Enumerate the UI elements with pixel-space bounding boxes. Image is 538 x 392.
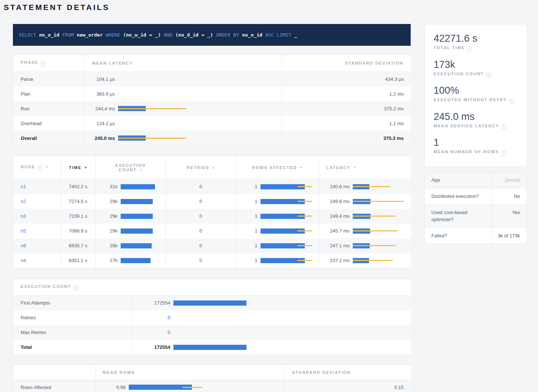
- attribute-value: No: [492, 188, 527, 204]
- info-icon[interactable]: i: [501, 124, 507, 130]
- sql-token: _): [155, 32, 161, 38]
- node-link[interactable]: n6: [21, 243, 26, 248]
- statement-attributes-card: App (unset) Distributed execution? No Us…: [424, 172, 527, 244]
- sql-token: ASC LIMIT: [265, 32, 291, 38]
- node-time-value: 7402.2 s: [69, 184, 87, 189]
- sort-arrow-icon: ▼: [45, 165, 48, 169]
- execution-count-title: EXECUTION COUNT: [21, 284, 71, 289]
- attribute-value-text: 3k of 173k: [498, 233, 520, 238]
- rows-bar: [261, 243, 316, 248]
- info-icon[interactable]: i: [41, 61, 46, 66]
- info-icon[interactable]: i: [486, 72, 491, 78]
- info-icon[interactable]: i: [38, 165, 43, 171]
- phase-header-label: PHASE: [21, 60, 38, 65]
- stat-execution-count: 173k EXECUTION COUNTi: [434, 59, 518, 78]
- node-latency-value: 247.1 ms: [327, 243, 350, 248]
- stat-label: TOTAL TIMEi: [434, 45, 518, 52]
- exec-row-label: Total: [21, 344, 32, 350]
- node-retries-value: 0: [199, 258, 202, 263]
- count-bar: [121, 243, 161, 248]
- sort-arrow-icon: ▼: [353, 166, 356, 169]
- attribute-value: (unset): [492, 172, 527, 188]
- node-rows-value: 1: [244, 258, 258, 263]
- node-link[interactable]: n5: [21, 228, 26, 234]
- phase-row-run: Run 244.4 ms 375.2 ms: [13, 101, 411, 116]
- attribute-row-failed: Failed? 3k of 173k: [425, 228, 527, 244]
- count-bar: [173, 315, 251, 320]
- stat-label-text: EXECUTION COUNT: [434, 72, 484, 76]
- node-time-value: 7274.5 s: [69, 199, 87, 204]
- mean-rows-value: 0.98: [103, 385, 126, 390]
- node-retries-value: 0: [199, 243, 202, 248]
- exec-row-label: Retries: [21, 315, 36, 320]
- standard-deviation-column-header: STANDARD DEVIATION: [282, 55, 411, 72]
- mean-latency-value: 245.0 ms: [92, 135, 115, 141]
- mean-latency-value: 244.4 ms: [92, 106, 115, 111]
- stat-value: 1: [434, 137, 518, 148]
- node-retries-value: 0: [199, 213, 202, 219]
- sql-token: SELECT: [19, 32, 36, 38]
- latency-bar: [353, 228, 406, 234]
- exec-row-total: Total 172554: [13, 340, 411, 355]
- phase-label: Parse: [21, 76, 33, 82]
- empty-column-header: [13, 365, 95, 380]
- latency-bar: [118, 91, 192, 96]
- phase-column-header: PHASEi: [13, 55, 85, 72]
- node-column-header[interactable]: NODEi▼: [13, 156, 61, 179]
- info-icon[interactable]: i: [73, 285, 78, 290]
- attribute-row-cost-based-optimizer: Used cost-based optimizer? Yes: [425, 204, 527, 228]
- node-stats-table: NODEi▼ TIME▼ EXECUTION COUNT▼ RETRIES▼ R…: [13, 156, 411, 268]
- sql-token: _: [294, 32, 297, 38]
- node-count-value: 29k: [103, 199, 118, 204]
- stat-mean-number-of-rows: 1 MEAN NUMBER OF ROWSi: [434, 137, 518, 156]
- sql-token: _): [207, 32, 213, 38]
- latency-bar: [353, 184, 406, 189]
- latency-bar: [118, 76, 192, 82]
- mean-latency-value: 383.9 µs: [92, 91, 115, 97]
- mean-rows-header-label: MEAN ROWS: [103, 370, 135, 375]
- attribute-label: Failed?: [425, 228, 492, 244]
- standard-deviation-value: 0.15: [394, 385, 404, 390]
- latency-header-label: LATENCY: [327, 165, 351, 170]
- latency-bar: [353, 258, 406, 263]
- node-row: n3 7239.1 s 29k 0 1 249.4 ms: [13, 209, 411, 224]
- latency-bar: [118, 121, 192, 126]
- node-link[interactable]: n2: [21, 199, 26, 204]
- attribute-value: 3k of 173k: [492, 228, 527, 244]
- retries-column-header[interactable]: RETRIES▼: [166, 156, 236, 179]
- node-link[interactable]: n4: [21, 258, 26, 263]
- node-header-label: NODE: [21, 165, 35, 169]
- node-count-value: 27k: [103, 258, 118, 263]
- exec-row-label: Max Retries: [21, 330, 46, 335]
- node-rows-value: 1: [244, 228, 258, 234]
- attribute-row-app: App (unset): [425, 172, 527, 188]
- latency-column-header[interactable]: LATENCY▼: [319, 156, 411, 179]
- sidebar: 42271.6 s TOTAL TIMEi 173k EXECUTION COU…: [424, 24, 527, 244]
- sort-arrow-icon: ▼: [212, 166, 215, 169]
- stat-mean-service-latency: 245.0 ms MEAN SERVICE LATENCYi: [434, 111, 518, 130]
- stat-label: MEAN SERVICE LATENCYi: [434, 124, 518, 130]
- sql-token: FROM: [62, 32, 74, 38]
- info-icon[interactable]: i: [501, 151, 506, 156]
- count-bar: [121, 214, 161, 219]
- node-retries-value: 0: [199, 184, 202, 189]
- info-icon[interactable]: i: [509, 99, 514, 104]
- exec-row-retries: Retries 0: [13, 310, 411, 325]
- statement-details-page: STATEMENT DETAILS SELECTno_o_idFROMnew_o…: [0, 0, 538, 392]
- node-retries-value: 0: [199, 199, 202, 204]
- stat-total-time: 42271.6 s TOTAL TIMEi: [434, 32, 518, 52]
- exec-row-value: 0: [139, 315, 170, 320]
- node-link[interactable]: n3: [21, 213, 26, 219]
- execution-count-header-row: EXECUTION COUNTi: [13, 279, 411, 296]
- node-link[interactable]: n1: [21, 184, 26, 189]
- rows-affected-header-row: MEAN ROWS STANDARD DEVIATION: [13, 365, 411, 380]
- count-bar: [121, 228, 161, 234]
- rows-affected-column-header[interactable]: ROWS AFFECTED▼: [236, 156, 319, 179]
- execution-count-column-header[interactable]: EXECUTION COUNT▼: [95, 156, 166, 179]
- sql-token: (no_w_id: [123, 32, 146, 38]
- time-column-header[interactable]: TIME▼: [61, 156, 95, 179]
- phase-row-parse: Parse 104.1 µs 434.3 µs: [13, 72, 411, 86]
- info-icon[interactable]: i: [467, 47, 472, 52]
- node-row: n6 6935.7 s 28k 0 1 247.1 ms: [13, 238, 411, 253]
- standard-deviation-value: 375.3 ms: [383, 135, 404, 141]
